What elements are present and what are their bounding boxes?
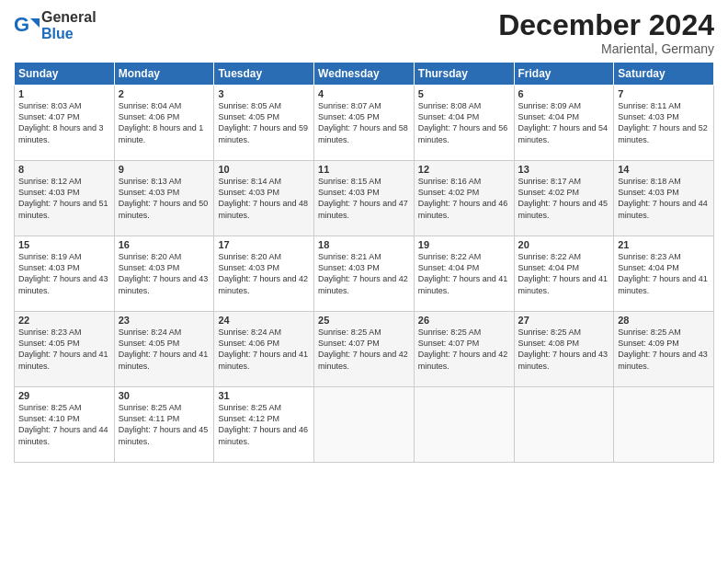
day-number: 5	[418, 88, 510, 99]
day-number: 2	[119, 88, 210, 99]
page-header: G General Blue December 2024 Mariental, …	[14, 9, 714, 56]
empty-cell	[514, 387, 614, 463]
day-cell-2: 2Sunrise: 8:04 AMSunset: 4:06 PMDaylight…	[114, 86, 214, 161]
day-number: 1	[18, 88, 110, 99]
col-header-sunday: Sunday	[15, 63, 115, 86]
day-info: Sunrise: 8:05 AMSunset: 4:05 PMDaylight:…	[218, 100, 310, 145]
day-number: 26	[418, 315, 510, 326]
day-number: 17	[218, 239, 310, 250]
logo-icon: G	[14, 13, 40, 39]
day-info: Sunrise: 8:25 AMSunset: 4:09 PMDaylight:…	[618, 327, 710, 372]
day-number: 25	[318, 315, 410, 326]
empty-cell	[414, 387, 514, 463]
day-cell-5: 5Sunrise: 8:08 AMSunset: 4:04 PMDaylight…	[414, 86, 514, 161]
day-info: Sunrise: 8:24 AMSunset: 4:05 PMDaylight:…	[119, 327, 210, 372]
col-header-monday: Monday	[114, 63, 214, 86]
day-info: Sunrise: 8:24 AMSunset: 4:06 PMDaylight:…	[218, 327, 310, 372]
day-info: Sunrise: 8:08 AMSunset: 4:04 PMDaylight:…	[418, 100, 510, 145]
day-number: 10	[218, 164, 310, 175]
day-info: Sunrise: 8:15 AMSunset: 4:03 PMDaylight:…	[318, 176, 410, 221]
day-info: Sunrise: 8:22 AMSunset: 4:04 PMDaylight:…	[418, 251, 510, 296]
logo-blue: Blue	[41, 26, 97, 42]
day-cell-10: 10Sunrise: 8:14 AMSunset: 4:03 PMDayligh…	[214, 161, 314, 236]
day-cell-28: 28Sunrise: 8:25 AMSunset: 4:09 PMDayligh…	[614, 312, 714, 387]
day-cell-22: 22Sunrise: 8:23 AMSunset: 4:05 PMDayligh…	[15, 312, 115, 387]
day-cell-18: 18Sunrise: 8:21 AMSunset: 4:03 PMDayligh…	[314, 236, 415, 312]
day-number: 8	[18, 164, 110, 175]
day-info: Sunrise: 8:18 AMSunset: 4:03 PMDaylight:…	[618, 176, 710, 221]
location: Mariental, Germany	[498, 41, 714, 56]
day-info: Sunrise: 8:21 AMSunset: 4:03 PMDaylight:…	[318, 251, 410, 296]
day-number: 27	[518, 315, 610, 326]
col-header-friday: Friday	[514, 63, 614, 86]
day-number: 29	[18, 390, 110, 401]
svg-marker-1	[30, 18, 40, 28]
day-number: 6	[518, 88, 610, 99]
day-info: Sunrise: 8:22 AMSunset: 4:04 PMDaylight:…	[518, 251, 610, 296]
col-header-wednesday: Wednesday	[314, 63, 415, 86]
day-cell-23: 23Sunrise: 8:24 AMSunset: 4:05 PMDayligh…	[114, 312, 214, 387]
day-number: 22	[18, 315, 110, 326]
day-info: Sunrise: 8:25 AMSunset: 4:08 PMDaylight:…	[518, 327, 610, 372]
svg-text:G: G	[14, 13, 29, 36]
day-number: 28	[618, 315, 710, 326]
day-number: 30	[119, 390, 210, 401]
empty-cell	[614, 387, 714, 463]
day-info: Sunrise: 8:14 AMSunset: 4:03 PMDaylight:…	[218, 176, 310, 221]
day-info: Sunrise: 8:25 AMSunset: 4:12 PMDaylight:…	[218, 402, 310, 447]
day-cell-16: 16Sunrise: 8:20 AMSunset: 4:03 PMDayligh…	[114, 236, 214, 312]
day-cell-19: 19Sunrise: 8:22 AMSunset: 4:04 PMDayligh…	[414, 236, 514, 312]
day-cell-1: 1Sunrise: 8:03 AMSunset: 4:07 PMDaylight…	[15, 86, 115, 161]
day-info: Sunrise: 8:16 AMSunset: 4:02 PMDaylight:…	[418, 176, 510, 221]
day-info: Sunrise: 8:20 AMSunset: 4:03 PMDaylight:…	[218, 251, 310, 296]
calendar-table: SundayMondayTuesdayWednesdayThursdayFrid…	[14, 62, 714, 463]
day-info: Sunrise: 8:23 AMSunset: 4:05 PMDaylight:…	[18, 327, 110, 372]
day-cell-7: 7Sunrise: 8:11 AMSunset: 4:03 PMDaylight…	[614, 86, 714, 161]
day-number: 7	[618, 88, 710, 99]
day-cell-6: 6Sunrise: 8:09 AMSunset: 4:04 PMDaylight…	[514, 86, 614, 161]
day-cell-20: 20Sunrise: 8:22 AMSunset: 4:04 PMDayligh…	[514, 236, 614, 312]
day-info: Sunrise: 8:25 AMSunset: 4:07 PMDaylight:…	[318, 327, 410, 372]
day-cell-30: 30Sunrise: 8:25 AMSunset: 4:11 PMDayligh…	[114, 387, 214, 463]
day-number: 16	[119, 239, 210, 250]
day-cell-9: 9Sunrise: 8:13 AMSunset: 4:03 PMDaylight…	[114, 161, 214, 236]
day-cell-11: 11Sunrise: 8:15 AMSunset: 4:03 PMDayligh…	[314, 161, 415, 236]
day-number: 3	[218, 88, 310, 99]
day-cell-4: 4Sunrise: 8:07 AMSunset: 4:05 PMDaylight…	[314, 86, 415, 161]
day-cell-26: 26Sunrise: 8:25 AMSunset: 4:07 PMDayligh…	[414, 312, 514, 387]
day-cell-29: 29Sunrise: 8:25 AMSunset: 4:10 PMDayligh…	[15, 387, 115, 463]
day-info: Sunrise: 8:12 AMSunset: 4:03 PMDaylight:…	[18, 176, 110, 221]
day-number: 13	[518, 164, 610, 175]
day-number: 12	[418, 164, 510, 175]
day-info: Sunrise: 8:17 AMSunset: 4:02 PMDaylight:…	[518, 176, 610, 221]
day-number: 15	[18, 239, 110, 250]
day-info: Sunrise: 8:25 AMSunset: 4:07 PMDaylight:…	[418, 327, 510, 372]
day-cell-8: 8Sunrise: 8:12 AMSunset: 4:03 PMDaylight…	[15, 161, 115, 236]
day-number: 23	[119, 315, 210, 326]
day-cell-14: 14Sunrise: 8:18 AMSunset: 4:03 PMDayligh…	[614, 161, 714, 236]
day-cell-25: 25Sunrise: 8:25 AMSunset: 4:07 PMDayligh…	[314, 312, 415, 387]
day-number: 4	[318, 88, 410, 99]
day-number: 20	[518, 239, 610, 250]
logo-general: General	[41, 9, 97, 26]
logo: G General Blue	[14, 9, 97, 41]
day-info: Sunrise: 8:13 AMSunset: 4:03 PMDaylight:…	[119, 176, 210, 221]
day-info: Sunrise: 8:03 AMSunset: 4:07 PMDaylight:…	[18, 100, 110, 145]
day-info: Sunrise: 8:09 AMSunset: 4:04 PMDaylight:…	[518, 100, 610, 145]
day-cell-15: 15Sunrise: 8:19 AMSunset: 4:03 PMDayligh…	[15, 236, 115, 312]
day-info: Sunrise: 8:23 AMSunset: 4:04 PMDaylight:…	[618, 251, 710, 296]
title-block: December 2024 Mariental, Germany	[498, 9, 714, 56]
day-cell-31: 31Sunrise: 8:25 AMSunset: 4:12 PMDayligh…	[214, 387, 314, 463]
day-info: Sunrise: 8:19 AMSunset: 4:03 PMDaylight:…	[18, 251, 110, 296]
empty-cell	[314, 387, 415, 463]
day-info: Sunrise: 8:25 AMSunset: 4:10 PMDaylight:…	[18, 402, 110, 447]
day-cell-24: 24Sunrise: 8:24 AMSunset: 4:06 PMDayligh…	[214, 312, 314, 387]
day-number: 11	[318, 164, 410, 175]
day-info: Sunrise: 8:20 AMSunset: 4:03 PMDaylight:…	[119, 251, 210, 296]
day-info: Sunrise: 8:11 AMSunset: 4:03 PMDaylight:…	[618, 100, 710, 145]
day-cell-13: 13Sunrise: 8:17 AMSunset: 4:02 PMDayligh…	[514, 161, 614, 236]
col-header-thursday: Thursday	[414, 63, 514, 86]
day-cell-12: 12Sunrise: 8:16 AMSunset: 4:02 PMDayligh…	[414, 161, 514, 236]
day-number: 14	[618, 164, 710, 175]
month-title: December 2024	[498, 9, 714, 41]
